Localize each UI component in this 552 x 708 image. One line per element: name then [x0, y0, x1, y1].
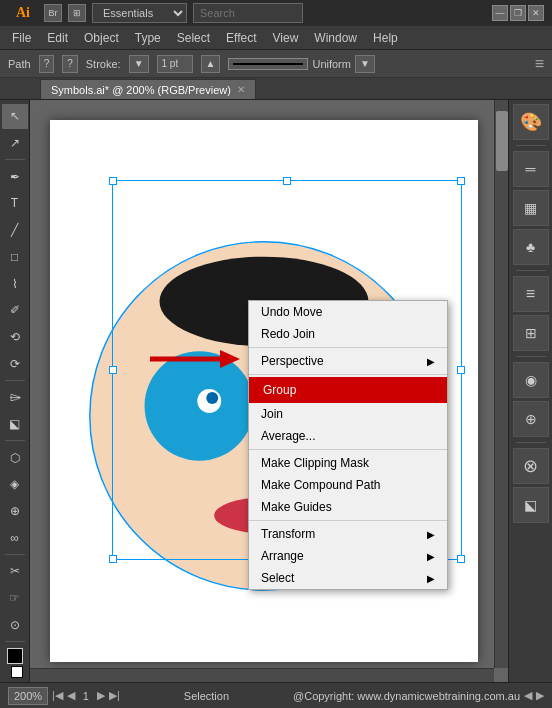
- minimize-button[interactable]: —: [492, 5, 508, 21]
- canvas-area: Undo Move Redo Join Perspective ▶ Group …: [30, 100, 508, 682]
- status-right-nav2[interactable]: ▶: [536, 689, 544, 702]
- ctx-arrange-arrow: ▶: [427, 551, 435, 562]
- status-nav-prev2[interactable]: ◀: [67, 689, 75, 702]
- zoom-input[interactable]: [8, 687, 48, 705]
- mirror-tool[interactable]: ⟳: [2, 351, 28, 376]
- panel-toggle[interactable]: ≡: [535, 55, 544, 73]
- zoom-tool[interactable]: ⊙: [2, 612, 28, 637]
- eyedropper-tool[interactable]: ⊕: [2, 499, 28, 524]
- panel-sep-3: [516, 356, 546, 357]
- ctx-sep-3: [249, 449, 447, 450]
- menu-window[interactable]: Window: [306, 29, 365, 47]
- ctx-undo-move[interactable]: Undo Move: [249, 301, 447, 323]
- ctx-join[interactable]: Join: [249, 403, 447, 425]
- stroke-panel-btn[interactable]: ═: [513, 151, 549, 187]
- status-nav-next2[interactable]: ▶|: [109, 689, 120, 702]
- tool-separator-4: [5, 554, 25, 555]
- ctx-redo-join[interactable]: Redo Join: [249, 323, 447, 345]
- slice-tool[interactable]: ✂: [2, 559, 28, 584]
- close-button[interactable]: ✕: [528, 5, 544, 21]
- ctx-perspective-label: Perspective: [261, 354, 324, 368]
- gradient-panel-btn[interactable]: ▦: [513, 190, 549, 226]
- paintbrush-tool[interactable]: ⌇: [2, 271, 28, 296]
- path-help-btn1[interactable]: ?: [39, 55, 55, 73]
- workspace-selector[interactable]: Essentials: [92, 3, 187, 23]
- ctx-perspective[interactable]: Perspective ▶: [249, 350, 447, 372]
- tab-close-icon[interactable]: ✕: [237, 84, 245, 95]
- artboards-panel-btn[interactable]: ⬕: [513, 487, 549, 523]
- stroke-indicator: Uniform ▼: [228, 55, 374, 73]
- gradient-tool[interactable]: ◈: [2, 472, 28, 497]
- transform-panel-btn[interactable]: ⊞: [513, 315, 549, 351]
- menu-edit[interactable]: Edit: [39, 29, 76, 47]
- status-nav-prev[interactable]: |◀: [52, 689, 63, 702]
- graph-tool[interactable]: ⬡: [2, 445, 28, 470]
- ctx-clipping-mask[interactable]: Make Clipping Mask: [249, 452, 447, 474]
- browser-icon[interactable]: Br: [44, 4, 62, 22]
- color-panel-btn[interactable]: 🎨: [513, 104, 549, 140]
- status-bar: |◀ ◀ 1 ▶ ▶| Selection @Copyright: www.dy…: [0, 682, 552, 708]
- ctx-clipping-mask-label: Make Clipping Mask: [261, 456, 369, 470]
- horizontal-scrollbar[interactable]: [30, 668, 494, 682]
- status-nav-next[interactable]: ▶: [97, 689, 105, 702]
- ctx-guides[interactable]: Make Guides: [249, 496, 447, 518]
- ctx-guides-label: Make Guides: [261, 500, 332, 514]
- pathfinder-panel-btn[interactable]: ◉: [513, 362, 549, 398]
- menu-help[interactable]: Help: [365, 29, 406, 47]
- restore-button[interactable]: ❐: [510, 5, 526, 21]
- type-tool[interactable]: T: [2, 191, 28, 216]
- ctx-compound-path[interactable]: Make Compound Path: [249, 474, 447, 496]
- warp-tool[interactable]: ⌲: [2, 385, 28, 410]
- tab-bar: Symbols.ai* @ 200% (RGB/Preview) ✕: [0, 78, 552, 100]
- pencil-tool[interactable]: ✐: [2, 298, 28, 323]
- symbols-panel-btn[interactable]: ⊕: [513, 401, 549, 437]
- direct-select-tool[interactable]: ↗: [2, 131, 28, 156]
- arrange-icon[interactable]: ⊞: [68, 4, 86, 22]
- document-tab[interactable]: Symbols.ai* @ 200% (RGB/Preview) ✕: [40, 79, 256, 99]
- scale-tool[interactable]: ⬕: [2, 412, 28, 437]
- fill-color[interactable]: [7, 648, 23, 664]
- menu-file[interactable]: File: [4, 29, 39, 47]
- ctx-arrange-label: Arrange: [261, 549, 304, 563]
- stroke-type-btn[interactable]: ▼: [355, 55, 375, 73]
- ctx-join-label: Join: [261, 407, 283, 421]
- context-menu: Undo Move Redo Join Perspective ▶ Group …: [248, 300, 448, 590]
- blend-tool[interactable]: ∞: [2, 525, 28, 550]
- appearance-panel-btn[interactable]: ♣: [513, 229, 549, 265]
- path-help-btn2[interactable]: ?: [62, 55, 78, 73]
- search-input[interactable]: [193, 3, 303, 23]
- pen-tool[interactable]: ✒: [2, 164, 28, 189]
- menu-view[interactable]: View: [265, 29, 307, 47]
- menu-bar: File Edit Object Type Select Effect View…: [0, 26, 552, 50]
- status-right-nav1[interactable]: ◀: [524, 689, 532, 702]
- ctx-sep-1: [249, 347, 447, 348]
- layers-panel-btn[interactable]: ⊗: [513, 448, 549, 484]
- stroke-down-btn[interactable]: ▼: [129, 55, 149, 73]
- line-tool[interactable]: ╱: [2, 218, 28, 243]
- rotate-tool[interactable]: ⟲: [2, 325, 28, 350]
- menu-object[interactable]: Object: [76, 29, 127, 47]
- window-controls: — ❐ ✕: [492, 5, 544, 21]
- stroke-value-input[interactable]: [157, 55, 193, 73]
- select-tool[interactable]: ↖: [2, 104, 28, 129]
- ctx-transform[interactable]: Transform ▶: [249, 523, 447, 545]
- ctx-arrange[interactable]: Arrange ▶: [249, 545, 447, 567]
- vertical-scrollbar[interactable]: [494, 100, 508, 668]
- stroke-color[interactable]: [11, 666, 23, 678]
- vertical-scroll-thumb[interactable]: [496, 111, 508, 171]
- stroke-up-btn[interactable]: ▲: [201, 55, 221, 73]
- ctx-average[interactable]: Average...: [249, 425, 447, 447]
- status-info: Selection: [120, 690, 293, 702]
- ctx-select[interactable]: Select ▶: [249, 567, 447, 589]
- menu-select[interactable]: Select: [169, 29, 218, 47]
- align-panel-btn[interactable]: ≡: [513, 276, 549, 312]
- tool-separator-2: [5, 380, 25, 381]
- menu-effect[interactable]: Effect: [218, 29, 264, 47]
- ctx-sep-2: [249, 374, 447, 375]
- hand-tool[interactable]: ☞: [2, 586, 28, 611]
- tab-label: Symbols.ai* @ 200% (RGB/Preview): [51, 84, 231, 96]
- ctx-group[interactable]: Group: [249, 377, 447, 403]
- menu-type[interactable]: Type: [127, 29, 169, 47]
- color-controls: [7, 648, 23, 678]
- rect-tool[interactable]: □: [2, 244, 28, 269]
